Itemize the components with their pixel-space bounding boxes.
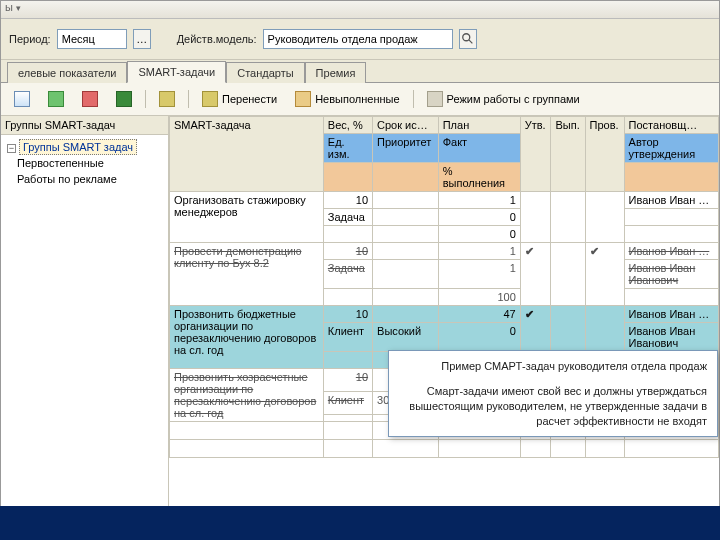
cell-due[interactable] [373,192,439,209]
col-blank [323,163,372,192]
separator [188,90,189,108]
separator [413,90,414,108]
cell-task[interactable]: Провести демонстрацию клиенту по Бух 8.2 [170,243,324,306]
svg-line-1 [468,40,472,44]
cell-task[interactable]: Организовать стажировку менеджеров [170,192,324,243]
period-field[interactable]: Месяц [57,29,127,49]
table-row[interactable]: Организовать стажировку менеджеров101Ива… [170,192,719,209]
tree-item[interactable]: Первостепенные [5,155,164,171]
cell-priority[interactable] [373,209,439,226]
cell-weight[interactable]: 10 [323,192,372,209]
callout-title: Пример СМАРТ-задач руководителя отдела п… [399,359,707,374]
period-picker-button[interactable]: … [133,29,151,49]
cell-appr[interactable] [520,192,551,243]
cell-blank [323,415,372,422]
cell-fact[interactable]: 1 [438,260,520,289]
tb-mode[interactable]: Режим работы с группами [422,89,585,109]
tree-root[interactable]: −Группы SMART задач [5,139,164,155]
cell-plan[interactable]: 47 [438,306,520,323]
cell-weight[interactable]: 10 [323,369,372,392]
cell-owner[interactable]: Иванов Иван … [624,243,718,260]
model-field[interactable]: Руководитель отдела продаж [263,29,453,49]
col-author[interactable]: Автор утверждения [624,134,718,163]
filter-bar: Период: Месяц … Действ.модель: Руководит… [1,19,719,60]
tree-item[interactable]: Работы по рекламе [5,171,164,187]
cell-priority[interactable]: Высокий [373,323,439,352]
cell-chk[interactable]: ✔ [585,243,624,306]
cell-fact[interactable]: 0 [438,323,520,352]
tb-refresh[interactable] [154,89,180,109]
tasks-grid: SMART-задача Вес, % Срок ис… План Утв. В… [169,116,719,516]
cell-pct[interactable]: 100 [438,289,520,306]
groups-tree: Группы SMART-задач −Группы SMART задач П… [1,116,169,516]
tb-add[interactable] [43,89,69,109]
cell-weight[interactable]: 10 [323,306,372,323]
cell-unit[interactable]: Задача [323,260,372,289]
cell-plan[interactable]: 1 [438,243,520,260]
cell-unit[interactable]: Клиент [323,392,372,415]
cell-task[interactable]: Прозвонить бюджетные организации по пере… [170,306,324,369]
tab-smart[interactable]: SMART-задачи [127,61,226,83]
svg-point-0 [462,34,469,41]
col-fact[interactable]: Факт [438,134,520,163]
cell-due[interactable] [373,306,439,323]
col-priority[interactable]: Приоритет [373,134,439,163]
col-task[interactable]: SMART-задача [170,117,324,192]
cell-blank [624,226,718,243]
cell-done[interactable] [551,243,585,306]
cell-unit[interactable]: Задача [323,209,372,226]
col-due[interactable]: Срок ис… [373,117,439,134]
cell-pct[interactable]: 0 [438,226,520,243]
col-pct[interactable]: % выполнения [438,163,520,192]
cell-due[interactable] [373,243,439,260]
col-appr[interactable]: Утв. [520,117,551,192]
tab-targets[interactable]: елевые показатели [7,62,127,83]
tree-header: Группы SMART-задач [1,116,168,135]
cell-chk[interactable] [585,192,624,243]
refresh-icon [159,91,175,107]
col-weight[interactable]: Вес, % [323,117,372,134]
col-blank [373,163,439,192]
cell-owner[interactable]: Иванов Иван … [624,192,718,209]
cell-author[interactable] [624,209,718,226]
tab-standards[interactable]: Стандарты [226,62,304,83]
cell-owner[interactable]: Иванов Иван … [624,306,718,323]
cell-unit[interactable]: Клиент [323,323,372,352]
col-done[interactable]: Вып. [551,117,585,192]
col-plan[interactable]: План [438,117,520,134]
person-alert-icon [295,91,311,107]
cell-priority[interactable] [373,260,439,289]
col-unit[interactable]: Ед. изм. [323,134,372,163]
cell-done[interactable] [551,192,585,243]
toolbar: Перенести Невыполненные Режим работы с г… [1,83,719,116]
cell-fact[interactable]: 0 [438,209,520,226]
magnifier-icon [461,32,475,46]
model-lookup-button[interactable] [459,29,477,49]
tb-export[interactable] [111,89,137,109]
expand-icon[interactable]: − [7,144,16,153]
tb-new[interactable] [9,89,35,109]
list-mode-icon [427,91,443,107]
tb-unfulfilled[interactable]: Невыполненные [290,89,404,109]
table-row[interactable]: Провести демонстрацию клиенту по Бух 8.2… [170,243,719,260]
cell-blank [373,226,439,243]
tb-move[interactable]: Перенести [197,89,282,109]
table-row[interactable]: Прозвонить бюджетные организации по пере… [170,306,719,323]
col-chk[interactable]: Пров. [585,117,624,192]
footer-bar [0,506,720,540]
cell-plan[interactable]: 1 [438,192,520,209]
move-icon [202,91,218,107]
tb-mode-label: Режим работы с группами [447,93,580,105]
table-row[interactable] [170,440,719,458]
cell-author[interactable]: Иванов Иван Иванович [624,260,718,289]
plus-icon [48,91,64,107]
cell-author[interactable]: Иванов Иван Иванович [624,323,718,352]
tb-remove[interactable] [77,89,103,109]
cell-appr[interactable]: ✔ [520,243,551,306]
cell-task[interactable]: Прозвонить хозрасчетные организации по п… [170,369,324,422]
col-owner[interactable]: Постановщ… [624,117,718,134]
excel-icon [116,91,132,107]
cell-blank [624,289,718,306]
tab-bonus[interactable]: Премия [305,62,367,83]
cell-weight[interactable]: 10 [323,243,372,260]
